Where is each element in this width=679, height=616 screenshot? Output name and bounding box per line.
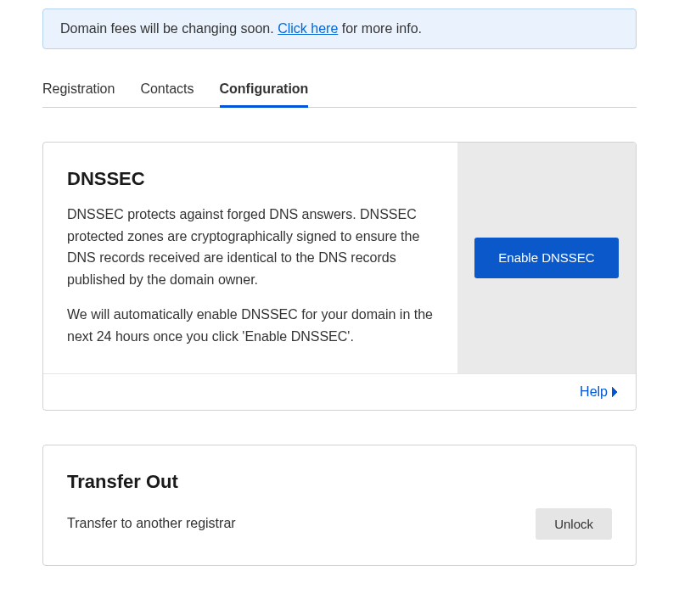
help-label: Help: [580, 384, 608, 400]
transfer-subtitle: Transfer to another registrar: [67, 516, 236, 531]
dnssec-content: DNSSEC DNSSEC protects against forged DN…: [43, 143, 457, 373]
dnssec-card: DNSSEC DNSSEC protects against forged DN…: [42, 142, 637, 411]
notice-prefix: Domain fees will be changing soon.: [60, 21, 278, 36]
dnssec-action-panel: Enable DNSSEC: [457, 143, 636, 373]
dnssec-footer: Help: [43, 373, 636, 410]
transfer-card: Transfer Out Transfer to another registr…: [42, 445, 637, 566]
dnssec-main: DNSSEC DNSSEC protects against forged DN…: [43, 143, 636, 373]
transfer-row: Transfer to another registrar Unlock: [67, 508, 612, 540]
tab-configuration[interactable]: Configuration: [220, 73, 309, 108]
help-link[interactable]: Help: [580, 384, 619, 400]
notice-suffix: for more info.: [338, 21, 422, 36]
dnssec-description-1: DNSSEC protects against forged DNS answe…: [67, 204, 434, 290]
transfer-title: Transfer Out: [67, 471, 612, 493]
dnssec-title: DNSSEC: [67, 168, 434, 190]
notice-banner: Domain fees will be changing soon. Click…: [42, 8, 637, 49]
enable-dnssec-button[interactable]: Enable DNSSEC: [474, 238, 618, 278]
chevron-right-icon: [611, 386, 619, 398]
notice-link[interactable]: Click here: [278, 21, 338, 36]
tab-contacts[interactable]: Contacts: [140, 73, 194, 107]
dnssec-description-2: We will automatically enable DNSSEC for …: [67, 304, 434, 347]
tabs: Registration Contacts Configuration: [42, 73, 637, 108]
tab-registration[interactable]: Registration: [42, 73, 115, 107]
unlock-button[interactable]: Unlock: [536, 508, 612, 540]
